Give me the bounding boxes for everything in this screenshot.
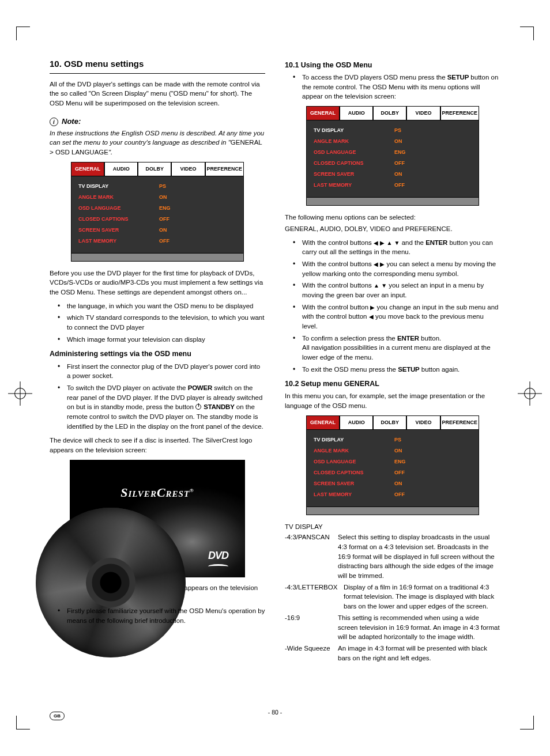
registration-mark-left (8, 381, 32, 409)
intro-paragraph: All of the DVD player's settings can be … (50, 80, 265, 108)
heading-10-1: 10.1 Using the OSD Menu (285, 60, 500, 70)
power-icon (195, 404, 201, 410)
arrow-down-icon: ▼ (394, 239, 400, 245)
osd-tab-general: GENERAL (71, 162, 104, 176)
check-disc: The device will check to see if a disc i… (50, 436, 265, 455)
control-list: With the control buttons ◀ ▶ ▲ ▼ and the… (293, 238, 500, 375)
osd-tab-audio: AUDIO (104, 162, 138, 176)
splash-screen-photo: SilverCrest® DVD (70, 460, 245, 577)
menu-select-intro: The following menu options can be select… (285, 213, 500, 222)
info-icon: i (50, 118, 58, 126)
menu-list: GENERAL, AUDIO, DOLBY, VIDEO and PREFERE… (285, 224, 500, 234)
familiarize-list: Firstly please familiarize yourself with… (58, 606, 265, 625)
registration-mark-right (518, 381, 542, 409)
osd-menu-figure-3: GENERAL AUDIO DOLBY VIDEO PREFERENCE TV … (306, 415, 479, 515)
osd-tab-video: VIDEO (171, 162, 205, 176)
region-badge: GB (50, 712, 65, 720)
osd-tab-dolby: DOLBY (138, 162, 171, 176)
brand-logo: SilverCrest® (70, 483, 244, 502)
dvd-disc-graphic (36, 508, 186, 657)
note-label: Note: (62, 116, 81, 127)
pre-first-use: Before you use the DVD player for the fi… (50, 269, 265, 297)
arrow-left-icon: ◀ (374, 239, 378, 245)
osd-menu-figure-1: GENERAL AUDIO DOLBY VIDEO PREFERENCE TV … (71, 162, 244, 262)
right-column: 10.1 Using the OSD Menu To access the DV… (285, 58, 500, 693)
dependency-list: the language, in which you want the OSD … (58, 301, 265, 345)
arrow-right-icon: ▶ (380, 239, 385, 245)
heading-10: 10. OSD menu settings (50, 58, 265, 74)
osd-menu-figure-2: GENERAL AUDIO DOLBY VIDEO PREFERENCE TV … (306, 106, 479, 206)
osd-tab-preference: PREFERENCE (205, 162, 244, 176)
page-number: - 80 - (0, 708, 550, 717)
dvd-logo: DVD (208, 548, 228, 566)
admin-list: First insert the connector plug of the D… (58, 362, 265, 432)
left-column: 10. OSD menu settings All of the DVD pla… (50, 58, 265, 693)
arrow-up-icon: ▲ (386, 239, 392, 245)
tv-display-head: TV DISPLAY (285, 522, 500, 532)
admin-heading: Administering settings via the OSD menu (50, 349, 265, 359)
heading-10-2: 10.2 Setup menu GENERAL (285, 379, 500, 389)
using-osd-list: To access the DVD players OSD menu press… (293, 73, 500, 101)
tv-display-definitions: -4:3/PANSCANSelect this setting to displ… (285, 532, 500, 663)
note-body: In these instructions the English OSD me… (50, 128, 265, 157)
s102-intro: In this menu you can, for example, set t… (285, 391, 500, 410)
